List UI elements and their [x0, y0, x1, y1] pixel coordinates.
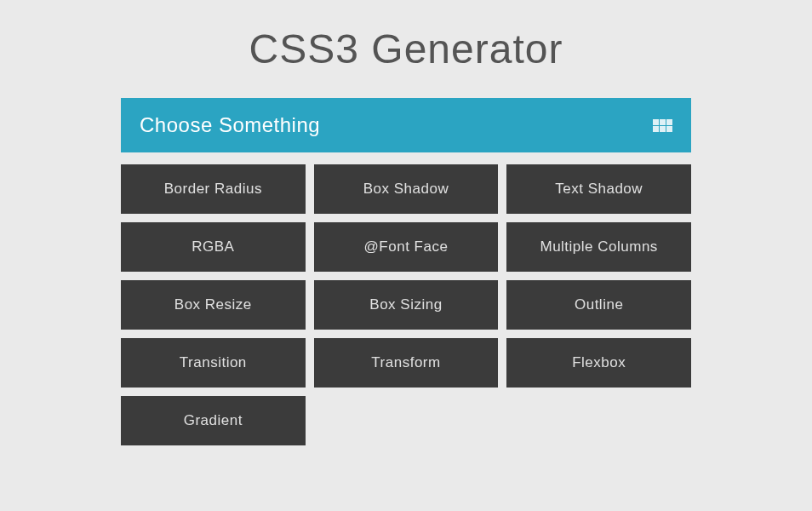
main-container: Choose Something Border Radius Box Shado…: [121, 98, 691, 445]
option-border-radius[interactable]: Border Radius: [121, 164, 306, 214]
option-text-shadow[interactable]: Text Shadow: [506, 164, 691, 214]
option-transform[interactable]: Transform: [314, 338, 499, 388]
option-box-shadow[interactable]: Box Shadow: [314, 164, 499, 214]
option-box-resize[interactable]: Box Resize: [121, 280, 306, 330]
option-box-sizing[interactable]: Box Sizing: [314, 280, 499, 330]
option-flexbox[interactable]: Flexbox: [506, 338, 691, 388]
options-grid: Border Radius Box Shadow Text Shadow RGB…: [121, 164, 691, 445]
dropdown-label: Choose Something: [140, 113, 320, 137]
app-window: CSS3 Generator Choose Something Border R…: [0, 0, 812, 511]
option-gradient[interactable]: Gradient: [121, 396, 306, 445]
page-title: CSS3 Generator: [0, 26, 812, 72]
option-multiple-columns[interactable]: Multiple Columns: [506, 222, 691, 272]
option-rgba[interactable]: RGBA: [121, 222, 306, 272]
option-transition[interactable]: Transition: [121, 338, 306, 388]
dropdown-header[interactable]: Choose Something: [121, 98, 691, 152]
option-outline[interactable]: Outline: [506, 280, 691, 330]
grid-icon: [653, 119, 672, 132]
option-font-face[interactable]: @Font Face: [314, 222, 499, 272]
